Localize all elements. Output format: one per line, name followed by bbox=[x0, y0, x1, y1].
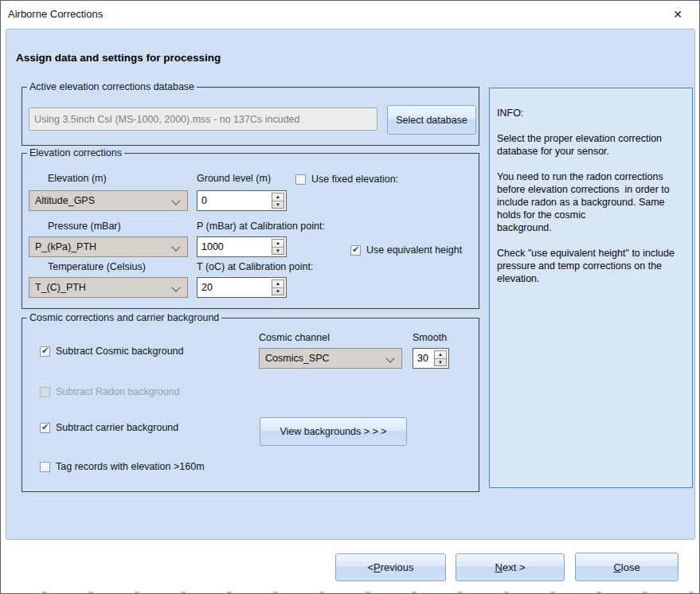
check-icon: ✔ bbox=[352, 245, 359, 254]
select-database-button[interactable]: Select database bbox=[387, 105, 476, 135]
smooth-label: Smooth bbox=[413, 332, 447, 343]
cosmic-group: Cosmic corrections and carrier backgroun… bbox=[22, 318, 479, 492]
p-calibration-label: P (mBar) at Calibration point: bbox=[197, 221, 325, 232]
check-icon: ✔ bbox=[41, 346, 49, 355]
subtract-radon-checkbox: ✔ Subtract Radon background bbox=[40, 386, 180, 397]
use-fixed-elevation-checkbox[interactable]: ✔ Use fixed elevation: bbox=[295, 174, 398, 185]
spinner-value: 0 bbox=[201, 191, 207, 210]
info-paragraph: You need to run the radon corrections be… bbox=[497, 170, 685, 234]
subtract-cosmic-checkbox[interactable]: ✔ Subtract Cosmic background bbox=[40, 346, 184, 357]
close-button[interactable]: Close bbox=[575, 553, 678, 581]
t-calibration-label: T (oC) at Calibration point: bbox=[197, 261, 313, 272]
spinner-buttons: ▲ ▼ bbox=[272, 279, 284, 295]
previous-button[interactable]: < Previous bbox=[335, 553, 446, 581]
checkbox-label: Subtract carrier background bbox=[56, 422, 178, 433]
tag-records-checkbox[interactable]: ✔ Tag records with elevation >160m bbox=[40, 461, 205, 472]
spin-up-icon[interactable]: ▲ bbox=[272, 240, 284, 248]
use-equivalent-height-checkbox[interactable]: ✔ Use equivalent height bbox=[350, 244, 462, 256]
cosmic-group-legend: Cosmic corrections and carrier backgroun… bbox=[27, 312, 221, 323]
cosmic-channel-label: Cosmic channel bbox=[259, 332, 330, 343]
spin-up-icon[interactable]: ▲ bbox=[272, 280, 284, 288]
button-label-part: lose bbox=[621, 561, 640, 573]
info-paragraph: Check "use equivalent height" to include… bbox=[497, 247, 685, 285]
close-icon[interactable]: ✕ bbox=[661, 1, 694, 27]
checkbox-box: ✔ bbox=[350, 245, 361, 256]
elevation-label: Elevation (m) bbox=[48, 173, 107, 184]
spinner-buttons: ▲ ▼ bbox=[272, 239, 284, 255]
title-bar[interactable]: Airborne Corrections ✕ bbox=[1, 1, 699, 28]
selected-value: T_(C)_PTH bbox=[35, 282, 86, 293]
button-accesskey: P bbox=[373, 561, 381, 573]
check-icon: ✔ bbox=[41, 423, 49, 432]
window-title: Airborne Corrections bbox=[8, 8, 103, 20]
spin-down-icon[interactable]: ▼ bbox=[272, 201, 284, 209]
spinner-value: 1000 bbox=[201, 237, 224, 256]
checkbox-label: Subtract Radon background bbox=[56, 386, 180, 397]
checkbox-box: ✔ bbox=[40, 387, 50, 397]
button-label-part: ext > bbox=[503, 561, 526, 573]
checkbox-label: Subtract Cosmic background bbox=[56, 346, 184, 357]
chevron-down-icon bbox=[171, 242, 180, 251]
t-calibration-spinner[interactable]: 20 ▲ ▼ bbox=[197, 277, 287, 298]
database-group: Active elevation corrections database Us… bbox=[22, 87, 479, 146]
button-accesskey: C bbox=[613, 561, 620, 573]
pressure-channel-select[interactable]: P_(kPa)_PTH bbox=[29, 236, 188, 257]
smooth-spinner[interactable]: 30 ▲ ▼ bbox=[413, 348, 449, 369]
checkbox-label: Use fixed elevation: bbox=[311, 174, 398, 185]
elevation-group: Elevation corrections Elevation (m) Grou… bbox=[22, 153, 479, 309]
cosmic-channel-select[interactable]: Cosmics_SPC bbox=[259, 348, 402, 369]
checkbox-label: Use equivalent height bbox=[366, 244, 462, 256]
checkbox-box: ✔ bbox=[40, 346, 50, 357]
spin-up-icon[interactable]: ▲ bbox=[435, 351, 446, 359]
subtract-carrier-checkbox[interactable]: ✔ Subtract carrier background bbox=[40, 422, 178, 433]
airborne-corrections-dialog: Airborne Corrections ✕ Assign data and s… bbox=[0, 0, 700, 594]
elevation-channel-select[interactable]: Altitude_GPS bbox=[29, 190, 188, 211]
next-button[interactable]: Next > bbox=[456, 553, 565, 581]
button-label-part: < bbox=[367, 561, 373, 573]
spinner-value: 20 bbox=[201, 278, 213, 297]
p-calibration-spinner[interactable]: 1000 ▲ ▼ bbox=[197, 236, 287, 257]
spin-down-icon[interactable]: ▼ bbox=[435, 359, 446, 366]
temperature-label: Temperature (Celsius) bbox=[48, 261, 146, 272]
info-textbox[interactable]: INFO: Select the proper elevation correc… bbox=[489, 88, 693, 488]
selected-value: P_(kPa)_PTH bbox=[35, 241, 96, 252]
info-paragraph: Select the proper elevation correction d… bbox=[497, 132, 685, 158]
spinner-buttons: ▲ ▼ bbox=[434, 350, 447, 366]
checkbox-box: ✔ bbox=[40, 423, 50, 433]
database-group-legend: Active elevation corrections database bbox=[27, 81, 197, 92]
spin-up-icon[interactable]: ▲ bbox=[272, 193, 284, 201]
checkbox-box: ✔ bbox=[40, 462, 50, 472]
selected-value: Altitude_GPS bbox=[35, 195, 95, 206]
chevron-down-icon bbox=[171, 196, 180, 205]
elevation-group-legend: Elevation corrections bbox=[27, 147, 124, 158]
wizard-page: Assign data and settings for processing … bbox=[6, 29, 695, 540]
spinner-buttons: ▲ ▼ bbox=[272, 193, 284, 209]
info-title: INFO: bbox=[497, 107, 685, 119]
chevron-down-icon bbox=[385, 354, 394, 362]
bottom-ruler-ticks bbox=[1, 592, 699, 593]
checkbox-box: ✔ bbox=[295, 174, 306, 185]
view-backgrounds-button[interactable]: View backgrounds > > > bbox=[260, 417, 407, 446]
spinner-value: 30 bbox=[417, 349, 428, 368]
temperature-channel-select[interactable]: T_(C)_PTH bbox=[29, 277, 188, 298]
page-title: Assign data and settings for processing bbox=[16, 52, 221, 64]
button-label-part: revious bbox=[381, 561, 414, 573]
ground-level-spinner[interactable]: 0 ▲ ▼ bbox=[197, 190, 287, 211]
button-accesskey: N bbox=[495, 561, 503, 573]
checkbox-label: Tag records with elevation >160m bbox=[56, 461, 205, 472]
pressure-label: Pressure (mBar) bbox=[48, 221, 121, 232]
selected-value: Cosmics_SPC bbox=[265, 353, 330, 364]
spin-down-icon[interactable]: ▼ bbox=[272, 248, 284, 255]
chevron-down-icon bbox=[171, 283, 180, 291]
database-path-field: Using 3.5inch CsI (MS-1000, 2000).mss - … bbox=[29, 107, 377, 131]
spin-down-icon[interactable]: ▼ bbox=[272, 288, 284, 295]
ground-level-label: Ground level (m) bbox=[197, 173, 271, 184]
